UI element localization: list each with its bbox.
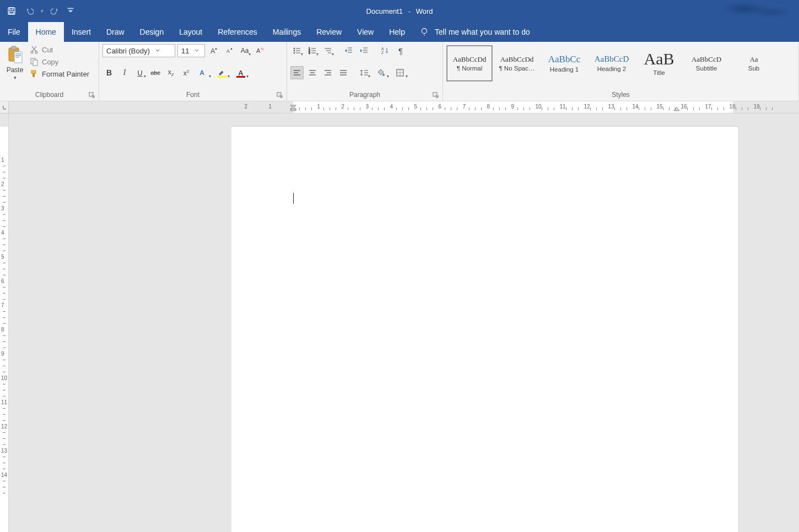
tab-insert[interactable]: Insert: [64, 22, 99, 42]
style-heading-1[interactable]: AaBbCcHeading 1: [541, 45, 587, 82]
tab-draw[interactable]: Draw: [99, 22, 132, 42]
svg-point-12: [31, 51, 33, 53]
group-paragraph: 123 AZ ¶ Paragraph: [287, 42, 443, 101]
window-title: Document1 - Word: [366, 7, 433, 15]
align-right-button[interactable]: [321, 66, 334, 79]
borders-button[interactable]: [392, 66, 408, 79]
svg-rect-22: [260, 47, 264, 51]
svg-rect-67: [290, 109, 296, 111]
chevron-down-icon: [192, 48, 201, 53]
change-case-button[interactable]: Aa: [238, 44, 251, 57]
group-styles: AaBbCcDd¶ NormalAaBbCcDd¶ No Spac…AaBbCc…: [443, 42, 799, 101]
align-left-button[interactable]: [290, 66, 304, 79]
shading-button[interactable]: [373, 66, 390, 79]
tab-selector[interactable]: [0, 101, 9, 113]
page-viewport[interactable]: [231, 113, 799, 532]
text-effects-button[interactable]: A: [195, 66, 212, 79]
copy-button[interactable]: Copy: [30, 57, 89, 66]
group-styles-label: Styles: [446, 89, 795, 101]
right-indent-marker[interactable]: [673, 104, 680, 113]
vertical-ruler[interactable]: 1234567891011121314: [0, 113, 9, 532]
bullets-button[interactable]: [290, 44, 304, 57]
text-cursor: [293, 193, 294, 204]
tab-view[interactable]: View: [349, 22, 381, 42]
svg-rect-11: [15, 57, 19, 58]
align-center-button[interactable]: [306, 66, 319, 79]
title-bar: ▾ Document1 - Word: [0, 0, 799, 22]
svg-point-25: [294, 48, 295, 49]
strikethrough-button[interactable]: abc: [149, 66, 162, 79]
title-smudge: [709, 1, 797, 20]
cut-label: Cut: [42, 46, 53, 54]
clipboard-dialog-launcher[interactable]: [89, 91, 96, 99]
group-font-label: Font: [102, 89, 283, 101]
ribbon: Paste ▾ Cut Copy Format Painter Clipboar…: [0, 42, 799, 101]
svg-rect-16: [31, 70, 36, 73]
styles-gallery[interactable]: AaBbCcDd¶ NormalAaBbCcDd¶ No Spac…AaBbCc…: [446, 44, 777, 84]
customize-qat-button[interactable]: [67, 5, 74, 17]
increase-indent-button[interactable]: [358, 44, 371, 57]
decrease-indent-button[interactable]: [342, 44, 355, 57]
line-spacing-button[interactable]: [358, 66, 371, 79]
ruler-row: 2112345678910111213141516171819: [0, 101, 799, 113]
multilevel-list-button[interactable]: [321, 44, 334, 57]
tab-references[interactable]: References: [210, 22, 265, 42]
svg-text:A: A: [226, 48, 230, 54]
undo-button[interactable]: [23, 5, 35, 17]
font-dialog-launcher[interactable]: [277, 91, 284, 99]
show-hide-marks-button[interactable]: ¶: [394, 44, 407, 57]
font-size-value: 11: [178, 47, 192, 55]
tab-file[interactable]: File: [0, 22, 28, 42]
underline-button[interactable]: U: [133, 66, 147, 79]
font-size-combo[interactable]: 11: [177, 44, 205, 57]
svg-text:A: A: [256, 47, 261, 54]
highlight-color-button[interactable]: [214, 66, 230, 79]
paragraph-dialog-launcher[interactable]: [433, 91, 440, 99]
font-color-swatch: [236, 76, 245, 78]
tab-review[interactable]: Review: [309, 22, 349, 42]
shrink-font-button[interactable]: A: [223, 44, 236, 57]
save-button[interactable]: [6, 5, 18, 17]
document-area: 1234567891011121314: [0, 113, 799, 532]
document-page[interactable]: [231, 127, 738, 532]
bold-button[interactable]: B: [102, 66, 116, 79]
group-font: Calibri (Body) 11 A A Aa A: [99, 42, 287, 101]
subscript-button[interactable]: x2: [164, 66, 177, 79]
style--normal[interactable]: AaBbCcDd¶ Normal: [446, 45, 493, 82]
format-painter-button[interactable]: Format Painter: [30, 69, 89, 78]
tab-design[interactable]: Design: [132, 22, 172, 42]
clear-formatting-button[interactable]: A: [253, 44, 267, 57]
format-painter-label: Format Painter: [42, 70, 89, 78]
style--no-spac-[interactable]: AaBbCcDd¶ No Spac…: [494, 45, 540, 82]
font-color-button[interactable]: A: [233, 66, 249, 79]
svg-point-5: [424, 35, 424, 36]
svg-rect-9: [15, 53, 21, 55]
cut-button[interactable]: Cut: [30, 45, 89, 54]
style-subtitle[interactable]: AaBbCcDSubtitle: [683, 45, 730, 82]
tell-me-label: Tell me what you want to do: [435, 28, 530, 36]
numbering-button[interactable]: 123: [306, 44, 319, 57]
style-heading-2[interactable]: AaBbCcDHeading 2: [589, 45, 635, 82]
left-gutter: [9, 113, 231, 532]
sort-button[interactable]: AZ: [379, 44, 392, 57]
tab-layout[interactable]: Layout: [171, 22, 210, 42]
group-clipboard-label: Clipboard: [3, 89, 95, 101]
svg-point-13: [35, 51, 37, 53]
style-title[interactable]: AaBTitle: [636, 45, 682, 82]
paste-button[interactable]: Paste ▾: [3, 44, 26, 80]
font-name-combo[interactable]: Calibri (Body): [102, 44, 175, 57]
svg-rect-17: [33, 73, 35, 77]
style-sub[interactable]: AaSub: [731, 45, 777, 82]
justify-button[interactable]: [337, 66, 350, 79]
tell-me-search[interactable]: Tell me what you want to do: [419, 22, 530, 42]
grow-font-button[interactable]: A: [207, 44, 220, 57]
redo-button[interactable]: [49, 5, 61, 17]
hanging-indent-marker[interactable]: [290, 104, 296, 113]
italic-button[interactable]: I: [118, 66, 131, 79]
tab-home[interactable]: Home: [28, 22, 64, 42]
svg-text:A: A: [381, 47, 384, 51]
tab-help[interactable]: Help: [381, 22, 413, 42]
horizontal-ruler[interactable]: 2112345678910111213141516171819: [231, 101, 799, 113]
superscript-button[interactable]: x2: [180, 66, 193, 79]
tab-mailings[interactable]: Mailings: [265, 22, 309, 42]
